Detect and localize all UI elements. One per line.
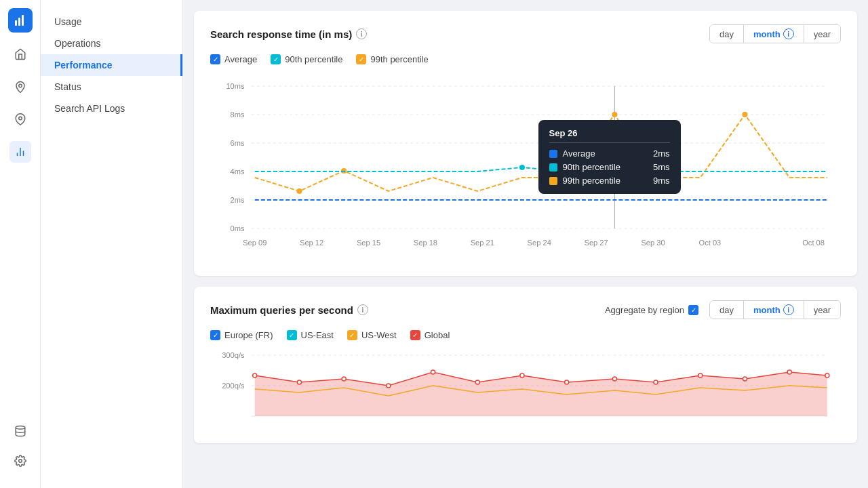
chart1-title-text: Search response time (in ms) (210, 28, 352, 40)
chart1-svg: 10ms 8ms 6ms 4ms 2ms 0ms (210, 73, 841, 262)
legend-global-label: Global (425, 330, 450, 340)
legend-us-east: ✓ US-East (287, 330, 334, 340)
svg-point-52 (612, 377, 616, 381)
legend-europe-label: Europe (FR) (224, 330, 273, 340)
legend-p99: ✓ 99th percentile (356, 54, 428, 64)
location-icon[interactable] (9, 76, 31, 98)
svg-point-49 (475, 380, 479, 384)
chart1-day-btn[interactable]: day (710, 25, 744, 43)
legend-us-east-label: US-East (301, 330, 334, 340)
pin-icon[interactable] (9, 108, 31, 130)
sidebar-item-usage[interactable]: Usage (41, 11, 182, 33)
legend-p90: ✓ 90th percentile (271, 54, 342, 64)
chart2-svg: 300q/s 200q/s (210, 348, 841, 430)
svg-point-3 (18, 84, 22, 87)
chart1-month-btn[interactable]: month i (744, 25, 804, 43)
svg-point-56 (787, 370, 791, 374)
analytics-icon[interactable] (9, 141, 31, 163)
sidebar-item-operations[interactable]: Operations (41, 33, 182, 54)
chart1-header: Search response time (in ms) i day month… (210, 24, 841, 43)
svg-point-25 (612, 112, 617, 117)
main-content: Search response time (in ms) i day month… (183, 0, 868, 488)
chart2-month-info-icon[interactable]: i (783, 304, 794, 315)
home-icon[interactable] (9, 43, 31, 65)
legend-p99-checkbox[interactable]: ✓ (356, 54, 366, 64)
legend-us-west-checkbox[interactable]: ✓ (347, 330, 357, 340)
svg-point-48 (431, 370, 435, 374)
svg-text:Oct 08: Oct 08 (802, 239, 825, 247)
chart1-info-icon[interactable]: i (356, 28, 367, 39)
svg-point-8 (16, 426, 25, 430)
chart2-title: Maximum queries per second i (210, 304, 368, 316)
chart1-month-info-icon[interactable]: i (783, 28, 794, 39)
legend-europe-checkbox[interactable]: ✓ (210, 330, 220, 340)
svg-point-44 (253, 373, 257, 378)
chart2-header-right: Aggregate by region ✓ day month i year (605, 300, 841, 319)
svg-text:Sep 30: Sep 30 (641, 239, 665, 247)
svg-text:200q/s: 200q/s (222, 382, 245, 390)
svg-point-51 (565, 380, 569, 384)
legend-average-checkbox[interactable]: ✓ (210, 54, 220, 64)
svg-point-47 (387, 384, 391, 388)
database-icon[interactable] (9, 420, 31, 442)
svg-rect-1 (18, 18, 20, 26)
chart2-year-btn[interactable]: year (804, 301, 840, 319)
chart2-title-text: Maximum queries per second (210, 304, 353, 316)
aggregate-checkbox[interactable]: ✓ (688, 305, 698, 315)
chart2-header: Maximum queries per second i Aggregate b… (210, 300, 841, 319)
sidebar-item-status[interactable]: Status (41, 76, 182, 98)
chart2-day-btn[interactable]: day (710, 301, 744, 319)
svg-point-55 (743, 377, 747, 381)
legend-p90-checkbox[interactable]: ✓ (271, 54, 281, 64)
icon-bar (0, 0, 41, 488)
svg-text:Sep 27: Sep 27 (585, 239, 608, 247)
svg-rect-0 (15, 20, 17, 26)
svg-text:Sep 12: Sep 12 (300, 239, 323, 247)
legend-us-east-checkbox[interactable]: ✓ (287, 330, 297, 340)
chart2-time-buttons: day month i year (709, 300, 841, 319)
chart1-card: Search response time (in ms) i day month… (194, 11, 857, 276)
svg-text:300q/s: 300q/s (222, 351, 245, 359)
chart1-year-btn[interactable]: year (804, 25, 840, 43)
settings-icon[interactable] (9, 450, 31, 472)
svg-point-28 (612, 151, 617, 157)
app-logo (8, 8, 33, 33)
sidebar: Usage Operations Performance Status Sear… (41, 0, 183, 488)
chart2-month-btn[interactable]: month i (744, 301, 804, 319)
svg-point-9 (18, 460, 22, 463)
legend-average: ✓ Average (210, 54, 257, 64)
svg-text:Sep 21: Sep 21 (471, 239, 494, 247)
legend-us-west-label: US-West (361, 330, 397, 340)
svg-point-53 (654, 380, 658, 384)
svg-text:8ms: 8ms (231, 110, 245, 119)
svg-rect-2 (22, 15, 24, 26)
svg-point-54 (698, 373, 703, 378)
sidebar-item-logs[interactable]: Search API Logs (41, 98, 182, 119)
legend-p90-label: 90th percentile (285, 54, 342, 64)
svg-text:4ms: 4ms (231, 167, 245, 176)
legend-europe: ✓ Europe (FR) (210, 330, 273, 340)
legend-us-west: ✓ US-West (347, 330, 397, 340)
legend-global-checkbox[interactable]: ✓ (410, 330, 420, 340)
svg-point-46 (342, 377, 346, 381)
svg-text:6ms: 6ms (231, 139, 245, 147)
svg-point-57 (825, 373, 829, 378)
sidebar-item-performance[interactable]: Performance (41, 54, 182, 76)
chart1-container: 10ms 8ms 6ms 4ms 2ms 0ms (210, 73, 841, 262)
svg-text:Sep 09: Sep 09 (243, 239, 267, 247)
chart1-legend: ✓ Average ✓ 90th percentile ✓ 99th perce… (210, 54, 841, 64)
svg-text:0ms: 0ms (231, 224, 245, 232)
svg-text:Oct 03: Oct 03 (699, 239, 722, 247)
svg-point-4 (18, 117, 22, 120)
chart2-chart-area: 300q/s 200q/s (210, 348, 841, 430)
svg-text:10ms: 10ms (226, 82, 245, 90)
chart1-title: Search response time (in ms) i (210, 28, 367, 40)
svg-text:Sep 24: Sep 24 (528, 239, 551, 247)
chart2-info-icon[interactable]: i (357, 304, 368, 315)
svg-text:Sep 18: Sep 18 (414, 239, 437, 247)
svg-point-50 (520, 373, 524, 378)
chart2-legend: ✓ Europe (FR) ✓ US-East ✓ US-West ✓ Glob… (210, 330, 841, 340)
svg-point-27 (519, 165, 525, 170)
aggregate-label: Aggregate by region (605, 305, 684, 315)
svg-point-45 (297, 380, 301, 384)
